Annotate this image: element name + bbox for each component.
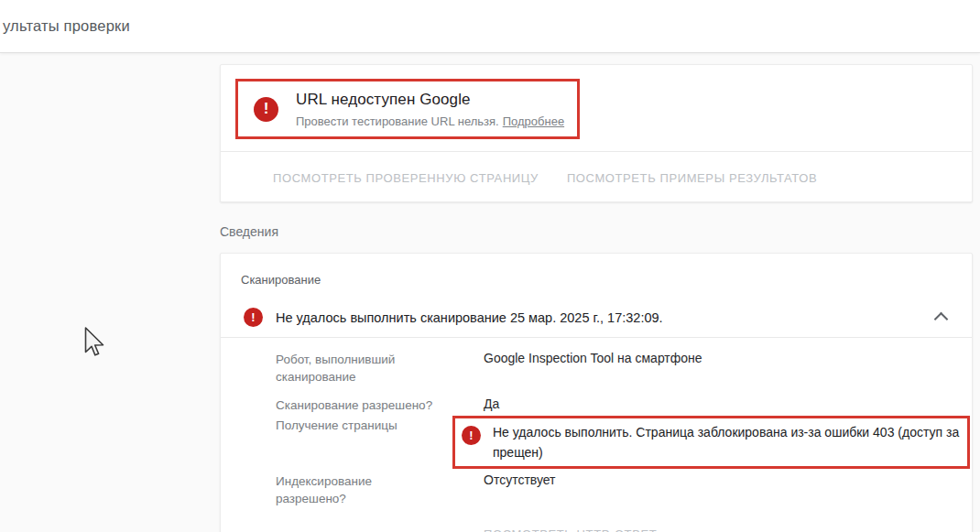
crawl-card: Сканирование ! Не удалось выполнить скан…	[220, 253, 973, 532]
detail-label: Получение страницы	[276, 417, 439, 434]
detail-label: Индексирование разрешено?	[276, 472, 439, 507]
annotation-box-verdict: ! URL недоступен Google Провести тестиро…	[235, 79, 580, 139]
verdict-subtitle-text: Провести тестирование URL нельзя.	[296, 114, 499, 128]
verdict-subtitle: Провести тестирование URL нельзя.Подробн…	[296, 114, 564, 128]
mouse-cursor-icon	[84, 327, 106, 360]
crawl-detail-rows: Робот, выполнивший сканирование Google I…	[276, 350, 964, 532]
card-divider	[221, 337, 972, 338]
detail-row-crawler: Робот, выполнивший сканирование Google I…	[276, 350, 964, 385]
verdict-text-block: URL недоступен Google Провести тестирова…	[296, 91, 564, 128]
detail-value: Google Inspection Tool на смартфоне	[484, 350, 702, 367]
crawl-summary-text: Не удалось выполнить сканирование 25 мар…	[276, 310, 663, 325]
verdict-actions-row: ПОСМОТРЕТЬ ПРОВЕРЕННУЮ СТРАНИЦУ ПОСМОТРЕ…	[221, 152, 972, 203]
crawl-section-title: Сканирование	[241, 273, 321, 287]
error-icon: !	[254, 97, 278, 122]
crawl-summary-row[interactable]: ! Не удалось выполнить сканирование 25 м…	[244, 308, 917, 327]
page-title: ультаты проверки	[3, 17, 130, 35]
url-inspection-page: ультаты проверки ! URL недоступен Google…	[0, 0, 980, 532]
detail-label: Робот, выполнивший сканирование	[276, 351, 439, 385]
verdict-title: URL недоступен Google	[296, 91, 564, 109]
detail-row-crawl-allowed: Сканирование разрешено? Да	[276, 396, 964, 414]
error-icon: !	[244, 308, 263, 327]
detail-row-indexing-allowed: Индексирование разрешено? Отсутствует	[276, 472, 964, 507]
error-icon-glyph: !	[469, 427, 473, 444]
top-bar: ультаты проверки	[0, 0, 980, 53]
view-tested-page-button[interactable]: ПОСМОТРЕТЬ ПРОВЕРЕННУЮ СТРАНИЦУ	[273, 171, 539, 185]
error-icon-glyph: !	[251, 310, 255, 324]
chevron-up-icon[interactable]	[934, 312, 949, 327]
details-heading: Сведения	[220, 224, 278, 239]
detail-value: Да	[484, 396, 499, 413]
view-http-response-button[interactable]: ПОСМОТРЕТЬ HTTP-ОТВЕТ	[484, 527, 657, 532]
error-icon: !	[462, 426, 481, 445]
view-sample-results-button[interactable]: ПОСМОТРЕТЬ ПРИМЕРЫ РЕЗУЛЬТАТОВ	[567, 171, 817, 185]
detail-label: Сканирование разрешено?	[276, 396, 439, 414]
detail-row-page-fetch: Получение страницы ! Не удалось выполнит…	[276, 416, 964, 469]
error-icon-glyph: !	[264, 100, 269, 118]
learn-more-link[interactable]: Подробнее	[503, 114, 564, 128]
fetch-error-text: Не удалось выполнить. Страница заблокиро…	[493, 422, 965, 462]
detail-value: Отсутствует	[484, 472, 556, 489]
annotation-box-fetch-error: ! Не удалось выполнить. Страница заблоки…	[452, 416, 970, 469]
verdict-card: ! URL недоступен Google Провести тестиро…	[220, 64, 973, 202]
